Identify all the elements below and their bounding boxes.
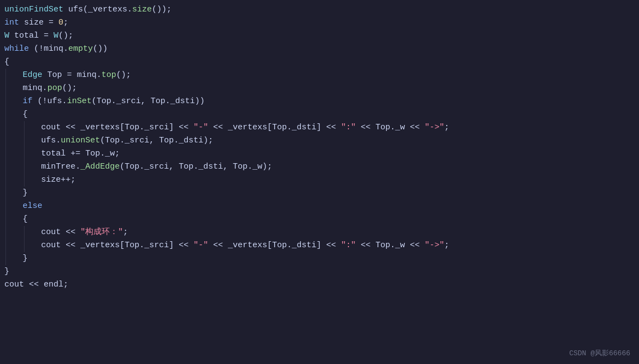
- code-line: size++;: [4, 174, 635, 187]
- code-line: minTree._AddEdge(Top._srci, Top._dsti, T…: [4, 160, 635, 174]
- code-line: else: [4, 200, 635, 213]
- code-line: Edge Top = minq.top();: [4, 69, 635, 82]
- code-line: }: [4, 187, 635, 200]
- code-line: cout << endl;: [4, 278, 635, 291]
- code-line: }: [4, 252, 635, 265]
- code-line: cout << "构成环：";: [4, 226, 635, 239]
- code-line: total += Top._w;: [4, 147, 635, 160]
- code-line: unionFindSet ufs(_vertexs.size());: [4, 3, 635, 16]
- code-line: minq.pop();: [4, 82, 635, 95]
- code-line: if (!ufs.inSet(Top._srci, Top._dsti)): [4, 95, 635, 108]
- watermark-text: CSDN @风影66666: [569, 348, 630, 360]
- code-line: int size = 0;: [4, 16, 635, 29]
- code-line: cout << _vertexs[Top._srci] << "-" << _v…: [4, 121, 635, 134]
- code-line: {: [4, 213, 635, 226]
- code-line: {: [4, 108, 635, 121]
- code-line: }: [4, 265, 635, 278]
- code-line: while (!minq.empty()): [4, 43, 635, 56]
- code-block: unionFindSet ufs(_vertexs.size());int si…: [0, 0, 639, 364]
- code-line: cout << _vertexs[Top._srci] << "-" << _v…: [4, 239, 635, 252]
- code-line: {: [4, 56, 635, 69]
- code-line: W total = W();: [4, 29, 635, 43]
- code-line: ufs.unionSet(Top._srci, Top._dsti);: [4, 134, 635, 147]
